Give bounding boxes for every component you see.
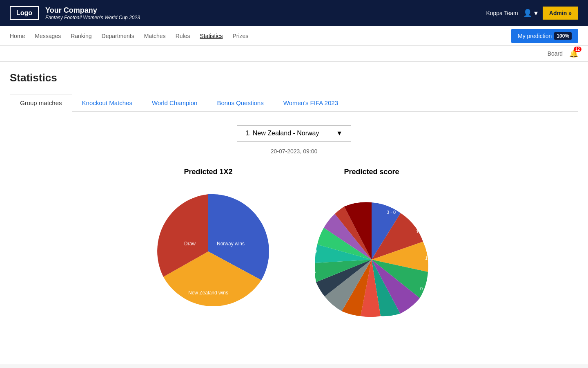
my-prediction-label: My prediction <box>518 33 552 39</box>
tab-group-matches[interactable]: Group matches <box>10 94 72 112</box>
label-3-3: 3 - 3 <box>332 202 341 206</box>
nav-matches[interactable]: Matches <box>144 27 166 45</box>
label-0-0: 0 - 0 <box>311 287 320 292</box>
board-row: Board 🔔 12 <box>0 46 588 62</box>
chart1-container: Predicted 1X2 Norway wins Draw New Zeala… <box>143 168 274 319</box>
nav-links: Home Messages Ranking Departments Matche… <box>10 27 248 45</box>
nav-statistics[interactable]: Statistics <box>200 27 223 45</box>
company-subtitle: Fantasy Football Women's World Cup 2023 <box>45 15 140 20</box>
user-name: Koppa Team <box>486 10 518 16</box>
label-0-1: 0 - 1 <box>420 286 429 291</box>
nav-rules[interactable]: Rules <box>176 27 190 45</box>
main-content: Statistics Group matches Knockout Matche… <box>0 62 588 364</box>
company-name: Your Company <box>45 6 140 15</box>
header: Logo Your Company Fantasy Football Women… <box>0 0 588 26</box>
notification-bell[interactable]: 🔔 12 <box>569 49 578 58</box>
page-title: Statistics <box>10 72 578 84</box>
chevron-down-icon: ▼ <box>336 130 343 137</box>
nav-ranking[interactable]: Ranking <box>71 27 91 45</box>
board-link[interactable]: Board <box>548 50 563 57</box>
label-0-3: 0 - 3 <box>307 269 316 274</box>
label-3-2: 3 - 2 <box>365 319 374 324</box>
tab-bonus-questions[interactable]: Bonus Questions <box>207 94 273 111</box>
tab-womens-fifa[interactable]: Women's FIFA 2023 <box>274 94 348 111</box>
label-1-3: 1 - 3 <box>425 256 434 260</box>
admin-button[interactable]: Admin » <box>543 7 578 20</box>
chart1-label-nz: New Zealand wins <box>188 290 228 296</box>
nav-home[interactable]: Home <box>10 27 25 45</box>
user-icon[interactable]: 👤 ▾ <box>523 9 538 18</box>
label-3-0: 3 - 0 <box>387 210 396 215</box>
header-left: Logo Your Company Fantasy Football Women… <box>10 6 140 20</box>
company-info: Your Company Fantasy Football Women's Wo… <box>45 6 140 20</box>
match-date: 20-07-2023, 09:00 <box>10 148 578 155</box>
chart1-label-draw: Draw <box>184 241 196 247</box>
label-2-1: 2 - 1 <box>312 231 321 236</box>
chart1-label-norway: Norway wins <box>217 241 245 247</box>
tab-knockout-matches[interactable]: Knockout Matches <box>72 94 142 111</box>
label-0-2: 0 - 2 <box>345 316 354 321</box>
nav-messages[interactable]: Messages <box>35 27 61 45</box>
label-2-2: 2 - 2 <box>384 317 393 322</box>
match-dropdown[interactable]: 1. New Zealand - Norway ▼ <box>237 125 351 141</box>
label-1-0: 1 - 0 <box>324 305 333 310</box>
navigation: Home Messages Ranking Departments Matche… <box>0 26 588 46</box>
label-1-2: 1 - 2 <box>406 311 415 316</box>
chart1-svg: Norway wins Draw New Zealand wins <box>143 186 274 317</box>
header-right: Koppa Team 👤 ▾ Admin » <box>486 7 578 20</box>
label-2-0: 2 - 0 <box>308 249 317 254</box>
nav-departments[interactable]: Departments <box>102 27 134 45</box>
my-prediction-button[interactable]: My prediction 100% <box>511 29 578 43</box>
tab-world-champion[interactable]: World Champion <box>142 94 207 111</box>
chart1-title: Predicted 1X2 <box>143 168 274 176</box>
match-dropdown-label: 1. New Zealand - Norway <box>245 130 319 137</box>
chart2-container: Predicted score 3 - 0 1 - 1 1 - 3 0 - 1 … <box>298 168 445 335</box>
tabs: Group matches Knockout Matches World Cha… <box>10 94 578 112</box>
chart2-svg: 3 - 0 1 - 1 1 - 3 0 - 1 1 - 2 2 - 2 3 <box>298 186 445 333</box>
charts-row: Predicted 1X2 Norway wins Draw New Zeala… <box>10 168 578 335</box>
logo: Logo <box>10 6 39 20</box>
label-2-3: 2 - 3 <box>320 215 329 220</box>
dropdown-container: 1. New Zealand - Norway ▼ <box>10 125 578 141</box>
chart2-title: Predicted score <box>298 168 445 176</box>
prediction-badge: 100% <box>554 32 572 40</box>
nav-prizes[interactable]: Prizes <box>232 27 248 45</box>
notification-badge: 12 <box>574 47 581 52</box>
label-1-1: 1 - 1 <box>416 229 425 234</box>
